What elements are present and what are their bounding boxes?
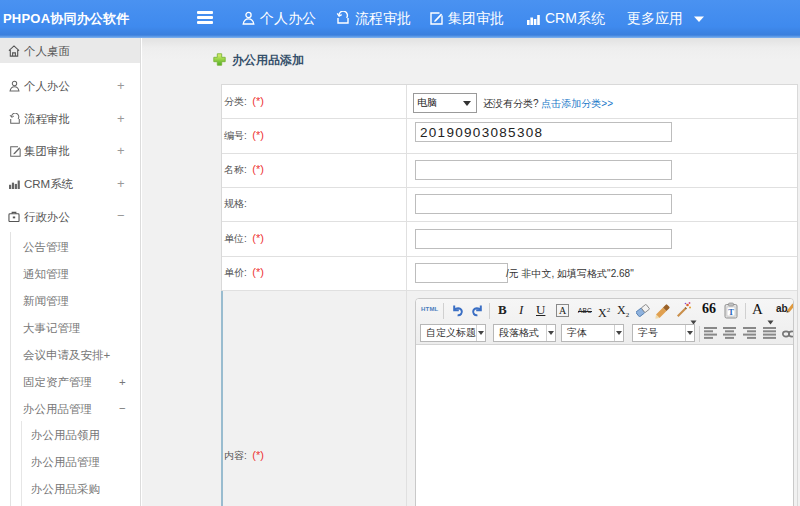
- svg-text:T: T: [728, 307, 734, 317]
